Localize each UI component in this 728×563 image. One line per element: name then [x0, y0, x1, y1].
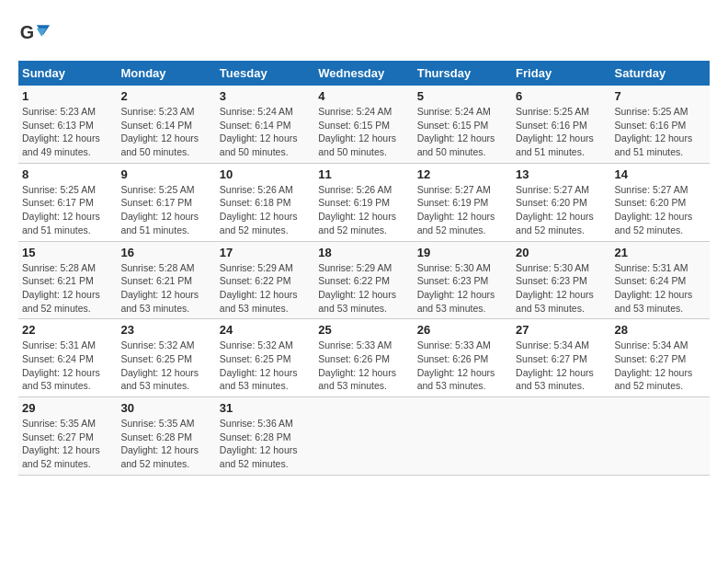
day-cell — [611, 397, 710, 476]
day-number: 3 — [220, 89, 311, 103]
column-header-monday: Monday — [117, 61, 215, 86]
day-number: 17 — [220, 246, 311, 259]
day-number: 12 — [417, 167, 508, 181]
day-cell: 5Sunrise: 5:24 AM Sunset: 6:15 PM Daylig… — [414, 86, 512, 163]
day-cell: 29Sunrise: 5:35 AM Sunset: 6:27 PM Dayli… — [18, 397, 117, 476]
day-info: Sunrise: 5:28 AM Sunset: 6:21 PM Dayligh… — [22, 261, 113, 316]
day-info: Sunrise: 5:31 AM Sunset: 6:24 PM Dayligh… — [615, 261, 706, 316]
day-cell — [414, 397, 512, 476]
day-info: Sunrise: 5:32 AM Sunset: 6:25 PM Dayligh… — [120, 339, 211, 393]
day-cell: 6Sunrise: 5:25 AM Sunset: 6:16 PM Daylig… — [512, 86, 610, 163]
day-number: 18 — [318, 246, 409, 259]
day-info: Sunrise: 5:25 AM Sunset: 6:17 PM Dayligh… — [120, 183, 211, 237]
day-info: Sunrise: 5:33 AM Sunset: 6:26 PM Dayligh… — [417, 339, 508, 393]
day-cell: 2Sunrise: 5:23 AM Sunset: 6:14 PM Daylig… — [117, 86, 215, 163]
day-number: 23 — [120, 323, 211, 337]
day-number: 16 — [120, 246, 211, 259]
week-row-5: 29Sunrise: 5:35 AM Sunset: 6:27 PM Dayli… — [18, 397, 710, 476]
day-info: Sunrise: 5:26 AM Sunset: 6:18 PM Dayligh… — [220, 183, 311, 237]
day-cell: 28Sunrise: 5:34 AM Sunset: 6:27 PM Dayli… — [611, 319, 710, 397]
day-number: 4 — [318, 89, 409, 103]
day-cell: 18Sunrise: 5:29 AM Sunset: 6:22 PM Dayli… — [314, 241, 413, 319]
day-number: 29 — [22, 401, 113, 415]
day-cell: 15Sunrise: 5:28 AM Sunset: 6:21 PM Dayli… — [18, 241, 117, 319]
day-cell — [314, 397, 413, 476]
day-cell: 17Sunrise: 5:29 AM Sunset: 6:22 PM Dayli… — [216, 241, 314, 319]
day-number: 6 — [516, 89, 607, 103]
day-cell: 14Sunrise: 5:27 AM Sunset: 6:20 PM Dayli… — [611, 163, 710, 241]
column-header-sunday: Sunday — [18, 61, 117, 86]
day-cell: 24Sunrise: 5:32 AM Sunset: 6:25 PM Dayli… — [216, 319, 314, 397]
day-cell: 13Sunrise: 5:27 AM Sunset: 6:20 PM Dayli… — [512, 163, 610, 241]
day-number: 22 — [22, 323, 113, 337]
column-header-thursday: Thursday — [414, 61, 512, 86]
day-number: 21 — [615, 246, 706, 259]
day-cell: 9Sunrise: 5:25 AM Sunset: 6:17 PM Daylig… — [117, 163, 215, 241]
day-number: 14 — [615, 167, 706, 181]
day-cell: 27Sunrise: 5:34 AM Sunset: 6:27 PM Dayli… — [512, 319, 610, 397]
day-info: Sunrise: 5:29 AM Sunset: 6:22 PM Dayligh… — [318, 261, 409, 316]
day-cell — [512, 397, 610, 476]
week-row-1: 1Sunrise: 5:23 AM Sunset: 6:13 PM Daylig… — [18, 86, 710, 163]
day-info: Sunrise: 5:35 AM Sunset: 6:27 PM Dayligh… — [22, 417, 113, 471]
day-number: 7 — [615, 89, 706, 103]
day-info: Sunrise: 5:24 AM Sunset: 6:15 PM Dayligh… — [417, 105, 508, 159]
day-number: 27 — [516, 323, 607, 337]
day-number: 30 — [120, 401, 211, 415]
day-info: Sunrise: 5:28 AM Sunset: 6:21 PM Dayligh… — [120, 261, 211, 316]
day-number: 24 — [220, 323, 311, 337]
day-number: 20 — [516, 246, 607, 259]
logo: G — [18, 18, 55, 52]
calendar-header-row: SundayMondayTuesdayWednesdayThursdayFrid… — [18, 61, 710, 86]
day-number: 25 — [318, 323, 409, 337]
day-cell: 26Sunrise: 5:33 AM Sunset: 6:26 PM Dayli… — [414, 319, 512, 397]
day-number: 8 — [22, 167, 113, 181]
column-header-friday: Friday — [512, 61, 610, 86]
week-row-2: 8Sunrise: 5:25 AM Sunset: 6:17 PM Daylig… — [18, 163, 710, 241]
day-info: Sunrise: 5:24 AM Sunset: 6:14 PM Dayligh… — [220, 105, 311, 159]
day-cell: 4Sunrise: 5:24 AM Sunset: 6:15 PM Daylig… — [314, 86, 413, 163]
day-info: Sunrise: 5:31 AM Sunset: 6:24 PM Dayligh… — [22, 339, 113, 393]
day-info: Sunrise: 5:34 AM Sunset: 6:27 PM Dayligh… — [615, 339, 706, 393]
day-info: Sunrise: 5:30 AM Sunset: 6:23 PM Dayligh… — [516, 261, 607, 316]
column-header-wednesday: Wednesday — [314, 61, 413, 86]
day-number: 10 — [220, 167, 311, 181]
day-info: Sunrise: 5:34 AM Sunset: 6:27 PM Dayligh… — [516, 339, 607, 393]
day-number: 11 — [318, 167, 409, 181]
day-cell: 19Sunrise: 5:30 AM Sunset: 6:23 PM Dayli… — [414, 241, 512, 319]
day-number: 28 — [615, 323, 706, 337]
day-cell: 7Sunrise: 5:25 AM Sunset: 6:16 PM Daylig… — [611, 86, 710, 163]
day-cell: 31Sunrise: 5:36 AM Sunset: 6:28 PM Dayli… — [216, 397, 314, 476]
day-number: 15 — [22, 246, 113, 259]
day-cell: 8Sunrise: 5:25 AM Sunset: 6:17 PM Daylig… — [18, 163, 117, 241]
day-info: Sunrise: 5:23 AM Sunset: 6:13 PM Dayligh… — [22, 105, 113, 159]
day-info: Sunrise: 5:30 AM Sunset: 6:23 PM Dayligh… — [417, 261, 508, 316]
day-cell: 12Sunrise: 5:27 AM Sunset: 6:19 PM Dayli… — [414, 163, 512, 241]
svg-text:G: G — [20, 22, 34, 42]
day-info: Sunrise: 5:24 AM Sunset: 6:15 PM Dayligh… — [318, 105, 409, 159]
day-cell: 3Sunrise: 5:24 AM Sunset: 6:14 PM Daylig… — [216, 86, 314, 163]
logo-icon: G — [18, 18, 51, 52]
day-cell: 22Sunrise: 5:31 AM Sunset: 6:24 PM Dayli… — [18, 319, 117, 397]
calendar-table: SundayMondayTuesdayWednesdayThursdayFrid… — [18, 61, 710, 476]
day-number: 1 — [22, 89, 113, 103]
day-info: Sunrise: 5:33 AM Sunset: 6:26 PM Dayligh… — [318, 339, 409, 393]
day-number: 2 — [120, 89, 211, 103]
day-cell: 1Sunrise: 5:23 AM Sunset: 6:13 PM Daylig… — [18, 86, 117, 163]
day-info: Sunrise: 5:27 AM Sunset: 6:20 PM Dayligh… — [615, 183, 706, 237]
day-info: Sunrise: 5:35 AM Sunset: 6:28 PM Dayligh… — [120, 417, 211, 471]
day-info: Sunrise: 5:36 AM Sunset: 6:28 PM Dayligh… — [220, 417, 311, 471]
day-number: 31 — [220, 401, 311, 415]
column-header-tuesday: Tuesday — [216, 61, 314, 86]
day-info: Sunrise: 5:27 AM Sunset: 6:19 PM Dayligh… — [417, 183, 508, 237]
day-info: Sunrise: 5:26 AM Sunset: 6:19 PM Dayligh… — [318, 183, 409, 237]
day-number: 9 — [120, 167, 211, 181]
day-number: 5 — [417, 89, 508, 103]
week-row-3: 15Sunrise: 5:28 AM Sunset: 6:21 PM Dayli… — [18, 241, 710, 319]
day-info: Sunrise: 5:29 AM Sunset: 6:22 PM Dayligh… — [220, 261, 311, 316]
day-number: 13 — [516, 167, 607, 181]
day-number: 19 — [417, 246, 508, 259]
day-info: Sunrise: 5:32 AM Sunset: 6:25 PM Dayligh… — [220, 339, 311, 393]
column-header-saturday: Saturday — [611, 61, 710, 86]
day-cell: 11Sunrise: 5:26 AM Sunset: 6:19 PM Dayli… — [314, 163, 413, 241]
